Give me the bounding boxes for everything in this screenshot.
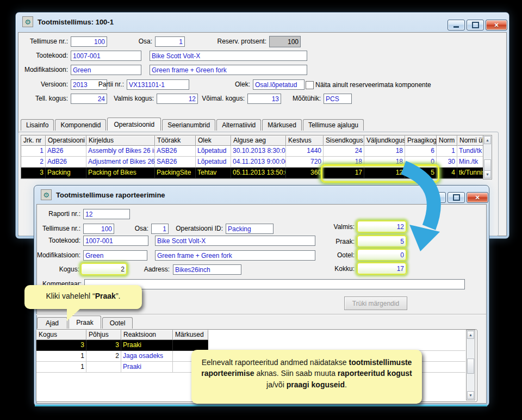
print-labels-button[interactable]: Trüki märgendid (344, 297, 407, 310)
cell: 6 (405, 146, 437, 157)
r-modifikatsioon-field[interactable] (83, 250, 147, 261)
tellimuse-nr-field[interactable] (71, 36, 107, 47)
cell: 30.10.2013 8:30:00 (231, 146, 286, 157)
cell: 1440 (286, 146, 324, 157)
minimize-button[interactable] (448, 20, 465, 30)
r-modifikatsioon-desc-field[interactable] (155, 250, 315, 261)
kokku-label: Kokku: (325, 264, 355, 274)
tab-alternatiivid[interactable]: Alternatiivid (216, 119, 261, 131)
cell: Jaga osadeks (121, 351, 173, 362)
tab-komponendid[interactable]: Komponendid (55, 119, 106, 131)
report-maximize-button[interactable] (448, 192, 465, 203)
column-header[interactable]: Norm (437, 135, 457, 146)
tab-ootel[interactable]: Ootel (102, 317, 133, 329)
desktop: ⚙ Tootmistellimus: 100-1 ✕ Tellimuse nr.… (0, 0, 522, 420)
tootekood-field[interactable] (71, 51, 141, 61)
r-tellimuse-nr-field[interactable] (83, 224, 114, 234)
callout-text: ”. (116, 292, 121, 300)
cell: 3 (86, 340, 121, 351)
scroll-down-icon[interactable]: ▼ (467, 391, 474, 399)
scrollbar-thumb[interactable] (467, 359, 474, 374)
raporti-nr-field[interactable] (83, 209, 130, 219)
column-header[interactable]: Töörakk (155, 135, 196, 146)
column-header[interactable]: Põhjus (86, 330, 121, 340)
kokku-field[interactable] (357, 262, 407, 275)
scroll-up-icon[interactable]: ▲ (484, 136, 491, 144)
operations-scrollbar[interactable]: ▲ ▼ (483, 135, 492, 180)
cell: AB26 (46, 146, 86, 157)
scrollbar-thumb[interactable] (484, 159, 491, 171)
valmis-kogus-field[interactable] (157, 94, 198, 104)
cell: 24 (324, 146, 364, 157)
tab-seerianumbrid[interactable]: Seerianumbrid (162, 119, 215, 131)
kogus-field[interactable] (80, 263, 127, 275)
olek-field[interactable] (253, 79, 304, 90)
column-header[interactable]: Sisendkogus (324, 135, 364, 146)
report-titlebar[interactable]: ⚙ Tootmistellimuse raporteerimine (34, 186, 489, 204)
column-header[interactable]: Normi ühik (457, 135, 483, 146)
r-tootekood-field[interactable] (83, 236, 148, 246)
cell: 18 (324, 157, 364, 168)
window-edge-accent (35, 405, 487, 406)
column-header[interactable]: Väljundkogus (364, 135, 405, 146)
ootel-field[interactable] (357, 249, 407, 261)
cell: Lõpetatud (196, 157, 231, 168)
column-header[interactable]: Reaktsioon (121, 330, 173, 340)
mootuhik-field[interactable] (324, 94, 352, 104)
column-header[interactable]: Märkused (173, 330, 208, 340)
reserve-filter-checkbox[interactable] (306, 81, 314, 89)
close-icon: ✕ (475, 195, 480, 201)
partii-nr-field[interactable] (127, 79, 189, 90)
column-header[interactable]: Praagikogus (405, 135, 437, 146)
tab-operatsioonid[interactable]: Operatsioonid (107, 118, 161, 131)
cell: 1 (36, 362, 86, 373)
aadress-field[interactable] (173, 264, 241, 275)
tell-kogus-label: Tell. kogus: (16, 94, 68, 104)
maximize-button[interactable] (467, 20, 484, 30)
cell: 1 (437, 146, 457, 157)
report-close-button[interactable]: ✕ (467, 192, 488, 203)
scroll-up-icon[interactable]: ▲ (467, 331, 474, 339)
column-header[interactable]: Jrk. nr (21, 135, 46, 146)
tootekood-label: Tootekood: (16, 51, 68, 61)
column-header[interactable]: Olek (196, 135, 231, 146)
r-modifikatsioon-label: Modifikatsioon: (34, 250, 80, 261)
partii-nr-label: Partii nr.: (90, 79, 124, 90)
row-filler (208, 340, 465, 351)
r-osa-field[interactable] (151, 224, 169, 234)
cell: 720 (286, 157, 324, 168)
r-tootekood-desc-field[interactable] (155, 236, 315, 246)
callout-text: ja/või (266, 380, 287, 389)
praak-field[interactable] (357, 235, 407, 248)
olek-label: Olek: (227, 79, 250, 90)
cell: Adjustment of Bikes 26 (86, 157, 155, 168)
callout-bold: Praak (95, 292, 116, 300)
report-minimize-button[interactable] (428, 192, 446, 203)
production-order-titlebar[interactable]: ⚙ Tootmistellimus: 100-1 (16, 13, 509, 31)
column-header[interactable]: Kogus (36, 330, 86, 340)
tootekood-desc-field[interactable] (150, 51, 307, 61)
column-header[interactable]: Alguse aeg (231, 135, 286, 146)
scroll-down-icon[interactable]: ▼ (484, 170, 491, 178)
osa-field[interactable] (155, 36, 185, 47)
defect-scrollbar[interactable]: ▲ ▼ (466, 330, 475, 400)
tab-tellimuse-ajalugu[interactable]: Tellimuse ajalugu (303, 119, 364, 131)
reserve-filter-label: Näita ainult reserveerimata komponente (315, 80, 457, 90)
close-button[interactable]: ✕ (486, 20, 507, 30)
modifikatsioon-desc-field[interactable] (150, 65, 307, 75)
operatsiooni-id-field[interactable] (226, 224, 274, 234)
cell: 3 (21, 168, 46, 178)
tab-lisainfo[interactable]: Lisainfo (21, 119, 54, 131)
tab-ajad[interactable]: Ajad (37, 317, 67, 329)
valmis-field[interactable] (357, 220, 407, 233)
tab-markused[interactable]: Märkused (262, 119, 302, 131)
cell: 1 (21, 146, 46, 157)
modifikatsioon-field[interactable] (71, 65, 141, 75)
r-tellimuse-nr-label: Tellimuse nr.: (34, 224, 80, 234)
tell-kogus-field[interactable] (71, 94, 107, 104)
app-gear-icon: ⚙ (41, 189, 52, 200)
voimal-kogus-field[interactable] (247, 94, 281, 104)
column-header[interactable]: Kestvus (286, 135, 324, 146)
column-header[interactable]: Operatsiooni (46, 135, 86, 146)
column-header[interactable]: Kirjeldus (86, 135, 155, 146)
